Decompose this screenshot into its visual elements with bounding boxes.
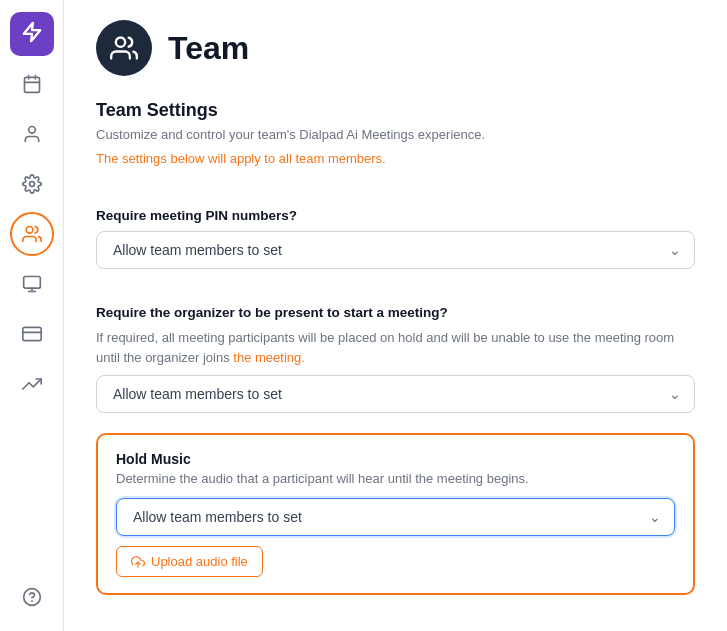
call-recording-section: Call recording greeting A short greeting… [96,615,695,631]
organizer-select-wrapper: Allow team members to set ⌄ [96,375,695,413]
sidebar-item-contacts[interactable] [10,112,54,156]
svg-point-4 [28,127,35,134]
team-settings-section: Team Settings Customize and control your… [96,100,695,172]
sidebar-logo[interactable] [10,12,54,56]
page-header: Team [96,20,695,76]
svg-rect-10 [22,327,40,340]
section-desc-line1: Customize and control your team's Dialpa… [96,125,695,145]
hold-music-title: Hold Music [116,451,675,467]
settings-icon [22,174,42,194]
team-icon [22,224,42,244]
hold-music-select-wrapper: Allow team members to set ⌄ [116,498,675,536]
sidebar [0,0,64,631]
sidebar-item-settings[interactable] [10,162,54,206]
svg-rect-7 [23,277,40,289]
contacts-icon [22,124,42,144]
pin-select[interactable]: Allow team members to set [96,231,695,269]
help-icon [22,587,42,607]
upload-icon [131,555,145,569]
upload-audio-button[interactable]: Upload audio file [116,546,263,577]
pin-label: Require meeting PIN numbers? [96,208,695,223]
hold-music-desc: Determine the audio that a participant w… [116,471,675,486]
main-content: Team Team Settings Customize and control… [64,0,727,631]
sidebar-item-analytics[interactable] [10,362,54,406]
organizer-label: Require the organizer to be present to s… [96,305,695,320]
svg-point-5 [29,182,34,187]
analytics-icon [22,374,42,394]
page-title: Team [168,30,249,67]
organizer-setting: Require the organizer to be present to s… [96,289,695,413]
sidebar-item-team[interactable] [10,212,54,256]
sidebar-item-display[interactable] [10,262,54,306]
svg-rect-0 [24,77,39,92]
pin-select-wrapper: Allow team members to set ⌄ [96,231,695,269]
team-avatar-icon [110,34,138,62]
sidebar-item-help[interactable] [10,575,54,619]
organizer-select[interactable]: Allow team members to set [96,375,695,413]
hold-music-select[interactable]: Allow team members to set [116,498,675,536]
sidebar-item-calendar[interactable] [10,62,54,106]
organizer-desc: If required, all meeting participants wi… [96,328,695,367]
section-title: Team Settings [96,100,695,121]
logo-icon [21,21,43,48]
sidebar-item-billing[interactable] [10,312,54,356]
svg-point-6 [26,227,33,234]
pin-setting: Require meeting PIN numbers? Allow team … [96,192,695,269]
section-desc-line2: The settings below will apply to all tea… [96,149,695,169]
hold-music-section: Hold Music Determine the audio that a pa… [96,433,695,595]
display-icon [22,274,42,294]
svg-point-14 [116,38,125,47]
upload-label: Upload audio file [151,554,248,569]
billing-icon [22,324,42,344]
team-avatar [96,20,152,76]
calendar-icon [22,74,42,94]
